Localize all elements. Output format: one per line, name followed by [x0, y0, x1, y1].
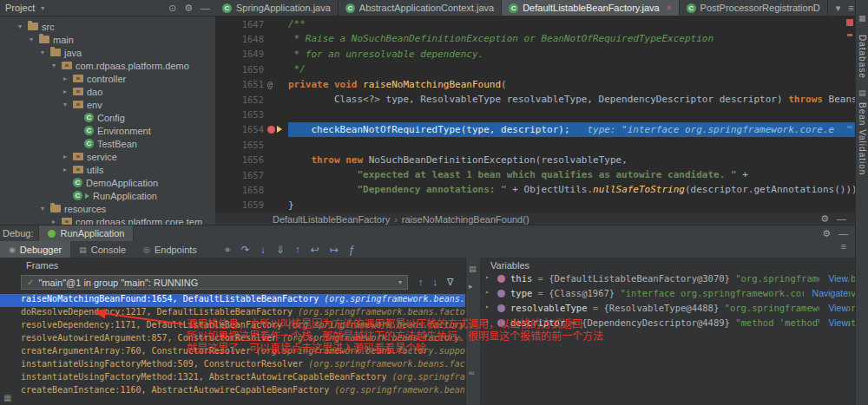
tree-item-java[interactable]: ▾java — [0, 46, 215, 59]
restore-layout-icon[interactable]: ▤ — [469, 265, 477, 273]
gutter[interactable]: 1655 — [215, 137, 288, 152]
editor-tab-springapplication-java[interactable]: CSpringApplication.java — [215, 0, 339, 16]
tree-item-com-rdpaas-platform-demo[interactable]: ▾com.rdpaas.platform.demo — [0, 59, 215, 72]
line-number[interactable]: 1658 — [215, 185, 264, 195]
chevron-collapsed-icon[interactable]: ▸ — [485, 288, 490, 296]
chevron-expanded-icon[interactable]: ▾ — [27, 36, 36, 43]
tree-item-runapplication[interactable]: CRunApplication — [0, 189, 215, 202]
gutter[interactable]: 1648 — [215, 31, 288, 46]
chevron-collapsed-icon[interactable]: ▸ — [61, 166, 69, 173]
chevron-collapsed-icon[interactable]: ▸ — [61, 88, 69, 95]
chevron-collapsed-icon[interactable]: ▸ — [485, 303, 490, 310]
step-into-icon[interactable]: ↓ — [260, 244, 266, 256]
force-step-into-icon[interactable]: ⇓ — [276, 244, 285, 256]
grid-icon[interactable]: ▦ — [3, 393, 11, 402]
stack-frame[interactable]: instantiateUsingFactoryMethod:1321, Abst… — [0, 372, 465, 385]
tree-item-testbean[interactable]: CTestBean — [0, 137, 215, 150]
settings-icon[interactable]: ⚙ — [822, 228, 831, 239]
line-number[interactable]: 1655 — [215, 140, 264, 150]
tree-item-config[interactable]: CConfig — [0, 111, 215, 124]
tree-item-controller[interactable]: ▸controller — [0, 72, 215, 85]
code-text[interactable]: checkBeanNotOfRequiredType(type, descrip… — [288, 122, 855, 137]
chevron-expanded-icon[interactable]: ▾ — [38, 49, 47, 56]
view-link[interactable]: View — [819, 273, 848, 284]
chevron-expanded-icon[interactable]: ▾ — [38, 205, 47, 212]
chevron-expanded-icon[interactable]: ▾ — [61, 101, 69, 108]
error-stripe-mark[interactable] — [847, 34, 852, 36]
override-gutter-icon[interactable]: @ — [267, 80, 273, 89]
line-number[interactable]: 1647 — [215, 19, 264, 29]
code-text[interactable]: * for an unresolvable dependency. — [288, 47, 855, 62]
code-text[interactable]: throw new NoSuchBeanDefinitionException(… — [288, 153, 855, 167]
debug-tab-debugger[interactable]: ◉Debugger — [0, 241, 70, 258]
bean-icon[interactable]: ▤ — [858, 88, 866, 97]
debug-session-tab[interactable]: RunApplication — [38, 225, 134, 241]
editor-tab-abstractapplicationcontext-java[interactable]: CAbstractApplicationContext.java — [339, 0, 502, 16]
evaluate-expression-icon[interactable]: ƒ — [349, 244, 355, 256]
tab-options-icon[interactable]: ≡ — [848, 3, 853, 13]
tree-item-environment[interactable]: CEnvironment — [0, 124, 215, 137]
chevron-expanded-icon[interactable]: ▾ — [49, 62, 58, 69]
next-frame-icon[interactable]: ↓ — [433, 277, 438, 288]
hide-icon[interactable]: ― — [837, 213, 846, 225]
stack-frame[interactable]: raiseNoMatchingBeanFound:1654, DefaultLi… — [0, 294, 465, 307]
chevron-collapsed-icon[interactable]: ▸ — [485, 273, 490, 281]
gutter[interactable]: 1659 — [215, 198, 288, 212]
line-number[interactable]: 1651 — [215, 79, 264, 89]
tree-item-resources[interactable]: ▾resources — [0, 202, 215, 215]
step-over-icon[interactable]: ↷ — [241, 244, 250, 256]
debug-tab-console[interactable]: ▤Console — [70, 241, 135, 258]
stack-frame[interactable]: createBeanInstance:1160, AbstractAutowir… — [0, 385, 465, 398]
hide-panel-icon[interactable]: ― — [838, 228, 848, 238]
code-text[interactable]: "expected at least 1 bean which qualifie… — [288, 167, 855, 182]
gutter[interactable]: 1647 — [215, 16, 288, 31]
chevron-collapsed-icon[interactable]: ▸ — [61, 75, 69, 82]
close-tab-icon[interactable]: × — [667, 3, 672, 13]
tree-item-src[interactable]: ▾src — [0, 20, 215, 33]
line-number[interactable]: 1654 — [215, 124, 264, 134]
code-text[interactable]: * Raise a NoSuchBeanDefinitionException … — [288, 31, 855, 46]
gutter[interactable]: 1650 — [215, 62, 288, 76]
code-editor[interactable]: 1647/**1648 * Raise a NoSuchBeanDefiniti… — [215, 16, 855, 212]
variable-row-type[interactable]: ▸type = {Class@1967} "interface org.spri… — [480, 288, 855, 303]
code-text[interactable]: Class<?> type, ResolvableType resolvable… — [288, 92, 855, 107]
settings-icon[interactable]: ⚙ — [184, 3, 193, 14]
hide-panel-icon[interactable]: ― — [201, 3, 210, 13]
breakpoint-icon[interactable] — [267, 126, 275, 134]
code-text[interactable]: private void raiseNoMatchingBeanFound( — [288, 77, 855, 92]
tool-window-bean-validation[interactable]: Bean Validation — [858, 102, 867, 175]
tree-item-com-rdpaas-platform-core-tem[interactable]: ▸com.rdpaas.platform.core.tem — [0, 215, 215, 225]
line-number[interactable]: 1650 — [215, 64, 264, 75]
breadcrumb-method[interactable]: raiseNoMatchingBeanFound() — [402, 214, 529, 225]
editor-tab-postprocessorregistrationd[interactable]: CPostProcessorRegistrationD — [680, 0, 828, 16]
line-number[interactable]: 1648 — [215, 34, 264, 44]
chevron-collapsed-icon[interactable]: ▸ — [61, 153, 69, 160]
line-number[interactable]: 1649 — [215, 49, 264, 59]
step-out-icon[interactable]: ↑ — [295, 244, 300, 256]
tree-item-demoapplication[interactable]: CDemoApplication — [0, 176, 215, 189]
code-text[interactable] — [288, 137, 855, 152]
gutter[interactable]: 1657 — [215, 167, 288, 182]
editor-tab-defaultlistablebeanfactory-java[interactable]: CDefaultListableBeanFactory.java× — [502, 0, 679, 16]
navigate-link[interactable]: Navigate — [804, 288, 848, 298]
tree-item-env[interactable]: ▾env — [0, 98, 215, 111]
gutter[interactable]: 1651@ — [215, 77, 288, 92]
thread-selector[interactable]: ✓ "main"@1 in group "main": RUNNING ▾ — [21, 275, 408, 290]
view-link[interactable]: View — [819, 317, 848, 328]
code-text[interactable]: */ — [288, 62, 855, 76]
code-text[interactable]: "Dependency annotations: " + ObjectUtils… — [288, 182, 855, 197]
watches-icon[interactable]: ∞ — [469, 369, 474, 377]
line-number[interactable]: 1659 — [215, 199, 264, 210]
tree-item-utils[interactable]: ▸utils — [0, 163, 215, 176]
gutter[interactable]: 1656 — [215, 153, 288, 167]
gutter[interactable]: 1653 — [215, 107, 288, 121]
code-text[interactable]: /** — [288, 16, 855, 31]
chevron-collapsed-icon[interactable]: ▸ — [49, 218, 58, 225]
line-number[interactable]: 1653 — [215, 109, 264, 120]
collapse-panel-icon[interactable]: ▸ — [469, 282, 473, 291]
gutter[interactable]: 1649 — [215, 47, 288, 62]
error-stripe-indicator[interactable] — [846, 19, 853, 26]
line-number[interactable]: 1652 — [215, 95, 264, 105]
hide-tabs-icon[interactable]: ▾ — [836, 3, 841, 14]
gutter[interactable]: 1654 — [215, 122, 288, 137]
